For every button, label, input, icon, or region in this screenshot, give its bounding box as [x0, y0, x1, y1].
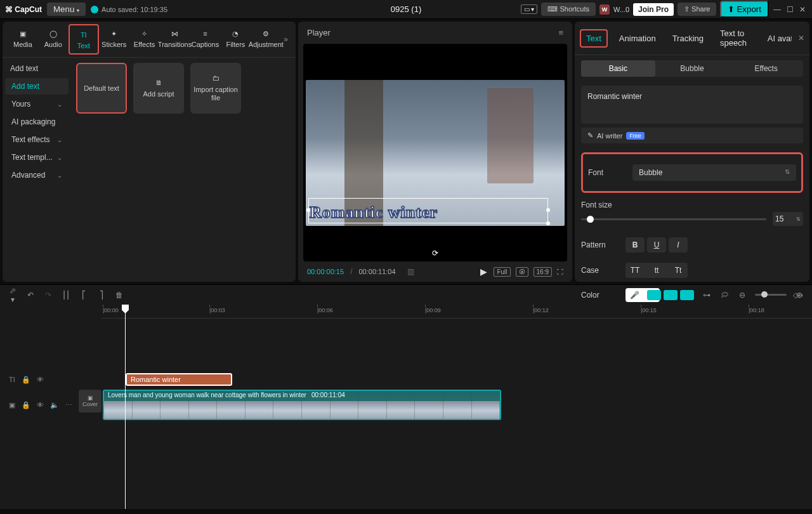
track-more-icon[interactable]: ⋯	[65, 401, 72, 409]
bold-button[interactable]: B	[625, 237, 645, 253]
lock-icon[interactable]: 🔒	[22, 376, 30, 384]
case-label: Case	[581, 266, 619, 275]
screen-ratio-icon[interactable]: ▭ ▾	[521, 4, 538, 14]
player-controls: 00:00:00:15 / 00:00:11:04 ▥ ▶ Full ⦿ 16:…	[298, 261, 572, 282]
fontsize-input[interactable]: 15⇅	[773, 212, 803, 226]
tabs-overflow-icon[interactable]: »	[281, 35, 291, 44]
sidebar-item-add-text[interactable]: Add text	[5, 78, 69, 95]
lock-icon[interactable]: 🔒	[22, 401, 30, 409]
cover-button[interactable]: ▣Cover	[79, 390, 102, 412]
magnet-group[interactable]	[647, 290, 694, 300]
text-icon: TI	[78, 29, 89, 41]
subtab-bubble[interactable]: Bubble	[655, 60, 730, 77]
top-bar: ⌘ CapCut Menu ▾ Auto saved: 10:19:35 092…	[0, 0, 812, 19]
player-panel: Player ≡ Romantic winter ⟳ 00:00:00:15 /…	[298, 22, 572, 282]
aspect-ratio-button[interactable]: 16:9	[534, 267, 552, 277]
zoom-fit-icon[interactable]: ⊕	[794, 291, 804, 300]
text-sub-tabs: Basic Bubble Effects	[581, 60, 803, 77]
subtab-basic[interactable]: Basic	[581, 60, 655, 77]
fontsize-label: Font size	[581, 201, 803, 209]
pointer-tool-icon[interactable]: ⬀ ▾	[8, 286, 18, 304]
pattern-label: Pattern	[581, 241, 619, 249]
timeline[interactable]: |00:00 |00:03 |00:06 |00:09 |00:12 |00:1…	[0, 305, 812, 509]
free-badge: Free	[626, 132, 645, 140]
sidebar-item-text-effects[interactable]: Text effects	[5, 131, 69, 148]
tab-stickers[interactable]: ✦Stickers	[99, 24, 129, 55]
tab-media[interactable]: ▣Media	[8, 24, 38, 55]
preview-full-button[interactable]: Full	[494, 267, 510, 277]
export-button[interactable]: ⬆ Export	[720, 1, 769, 18]
adjustment-icon: ⚙	[260, 28, 272, 39]
mic-icon[interactable]: 🎤	[629, 291, 639, 300]
tab-filters[interactable]: ◔Filters	[220, 24, 251, 55]
sidebar-item-advanced[interactable]: Advanced	[5, 167, 69, 183]
add-script-card[interactable]: 🗎Add script	[133, 63, 184, 114]
fullscreen-icon[interactable]: ⛶	[557, 268, 563, 275]
import-caption-card[interactable]: 🗀Import caption file	[190, 63, 241, 114]
mute-icon[interactable]: 🗭	[719, 291, 730, 300]
eye-icon[interactable]: 👁	[37, 376, 44, 383]
subtab-effects[interactable]: Effects	[729, 60, 803, 77]
trim-right-icon[interactable]: ⎤	[96, 291, 107, 300]
uppercase-button[interactable]: TT	[625, 263, 645, 278]
tab-text[interactable]: TIText	[69, 24, 99, 55]
fontsize-slider[interactable]	[581, 218, 766, 220]
project-title[interactable]: 0925 (1)	[391, 4, 421, 14]
tab-audio[interactable]: ◯Audio	[38, 24, 69, 55]
clip-name: Lovers man and young woman walk near cot…	[108, 392, 306, 400]
user-avatar[interactable]: W	[599, 4, 610, 15]
redo-icon[interactable]: ↷	[43, 291, 53, 300]
close-icon[interactable]: ✕	[798, 5, 807, 14]
join-pro-button[interactable]: Join Pro	[633, 3, 674, 16]
shortcuts-button[interactable]: ⌨ Shortcuts	[541, 3, 596, 16]
rtab-ai-avatar[interactable]: AI avatar	[763, 30, 792, 46]
lowercase-button[interactable]: tt	[647, 263, 666, 278]
rtab-tracking[interactable]: Tracking	[667, 30, 709, 46]
play-button[interactable]: ▶	[480, 267, 487, 277]
sidebar-item-yours[interactable]: Yours	[5, 96, 69, 112]
ai-writer-button[interactable]: ✎ AI writer Free	[581, 128, 803, 143]
rotate-handle-icon[interactable]: ⟳	[432, 249, 438, 258]
rtab-text[interactable]: Text	[580, 29, 608, 48]
split-icon[interactable]: ⎮⎮	[61, 291, 71, 300]
underline-button[interactable]: U	[647, 237, 666, 253]
player-viewport[interactable]: Romantic winter ⟳	[303, 44, 567, 261]
default-text-card[interactable]: Default text	[76, 63, 127, 114]
trim-left-icon[interactable]: ⎡	[79, 291, 89, 300]
minimize-icon[interactable]: —	[773, 5, 782, 14]
mute-track-icon[interactable]: 🔈	[50, 401, 59, 409]
sparkle-icon: ✎	[587, 131, 593, 140]
font-select[interactable]: Bubble⇅	[632, 164, 796, 181]
eye-icon[interactable]: 👁	[37, 401, 44, 409]
time-ruler[interactable]: |00:00 |00:03 |00:06 |00:09 |00:12 |00:1…	[102, 305, 812, 319]
player-menu-icon[interactable]: ≡	[558, 28, 563, 37]
tab-transitions[interactable]: ⋈Transitions	[160, 24, 190, 55]
text-overlay[interactable]: Romantic winter	[310, 203, 546, 222]
playhead[interactable]	[125, 305, 126, 509]
tab-adjustment[interactable]: ⚙Adjustment	[251, 24, 281, 55]
sidebar-item-text-templates[interactable]: Text templ...	[5, 149, 69, 166]
tab-captions[interactable]: ≡Captions	[190, 24, 221, 55]
italic-button[interactable]: I	[669, 237, 688, 253]
zoom-slider[interactable]	[755, 294, 787, 296]
library-panel: ▣Media ◯Audio TIText ✦Stickers ✧Effects …	[3, 22, 296, 282]
link-icon[interactable]: ⊶	[702, 291, 712, 300]
video-clip[interactable]: Lovers man and young woman walk near cot…	[103, 390, 501, 420]
chevron-updown-icon: ⇅	[785, 168, 790, 177]
delete-icon[interactable]: 🗑	[114, 291, 124, 300]
zoom-out-icon[interactable]: ⊖	[737, 291, 747, 300]
sidebar-item-ai-packaging[interactable]: AI packaging	[5, 114, 69, 130]
undo-icon[interactable]: ↶	[25, 291, 36, 300]
rtabs-close-icon[interactable]: ✕	[798, 34, 804, 43]
rtab-tts[interactable]: Text to speech	[715, 25, 756, 51]
titlecase-button[interactable]: Tt	[669, 263, 688, 278]
text-content-input[interactable]: Romantic winter	[581, 86, 803, 124]
menu-button[interactable]: Menu ▾	[47, 3, 86, 16]
share-button[interactable]: ⇪ Share	[678, 3, 716, 16]
compare-icon[interactable]: ▥	[407, 267, 414, 276]
rtab-animation[interactable]: Animation	[614, 30, 661, 46]
preview-quality-button[interactable]: ⦿	[516, 267, 528, 277]
tab-effects[interactable]: ✧Effects	[129, 24, 160, 55]
text-clip[interactable]: Romantic winter	[126, 373, 232, 386]
maximize-icon[interactable]: ☐	[785, 5, 794, 14]
